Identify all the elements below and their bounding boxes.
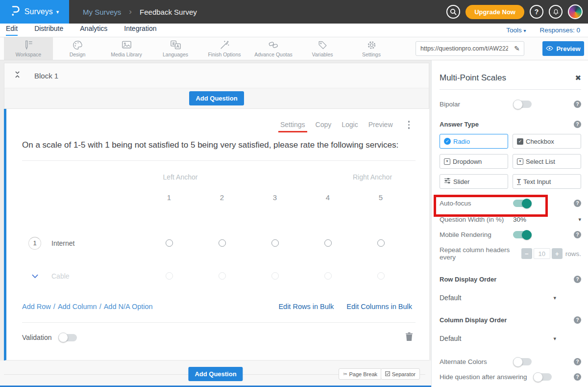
answer-type-checkbox[interactable]: ✓ Checkbox (513, 134, 581, 149)
radio-option[interactable] (377, 272, 385, 280)
answer-type-slider[interactable]: Slider (440, 174, 508, 189)
toolbar-item-finish-options[interactable]: Finish Options (200, 37, 249, 60)
toolbar-item-label: Languages (163, 52, 188, 57)
upgrade-now-button[interactable]: Upgrade Now (466, 5, 524, 19)
row-display-order-select[interactable]: Default ▾ (440, 294, 556, 302)
page-break-button[interactable]: ✂ Page Break (339, 368, 382, 380)
add-question-button-bottom[interactable]: Add Question (188, 367, 243, 381)
notifications-bell-icon[interactable] (549, 5, 563, 19)
help-icon[interactable]: ? (574, 101, 581, 108)
question-width-value[interactable]: 30% (513, 216, 526, 223)
toolbar-item-media-library[interactable]: Media Library (102, 37, 151, 60)
edit-columns-in-bulk-link[interactable]: Edit Columns in Bulk (346, 303, 412, 310)
block-title[interactable]: Block 1 (34, 72, 58, 80)
add-question-button-top[interactable]: Add Question (189, 91, 244, 105)
help-icon[interactable]: ? (574, 316, 581, 324)
question-tab-preview[interactable]: Preview (368, 121, 393, 129)
radio-option[interactable] (219, 272, 226, 280)
column-header[interactable]: 4 (301, 193, 354, 202)
radio-option[interactable] (166, 272, 173, 280)
toolbar-item-workspace[interactable]: Workspace (4, 37, 53, 60)
radio-option[interactable] (271, 239, 279, 247)
add-na-option-link[interactable]: Add N/A Option (104, 303, 153, 310)
tools-menu[interactable]: Tools ▾ (506, 26, 526, 34)
left-anchor-label[interactable]: Left Anchor (139, 173, 222, 181)
radio-option[interactable] (219, 239, 226, 247)
question-tab-copy[interactable]: Copy (316, 121, 332, 129)
tab-distribute[interactable]: Distribute (34, 25, 63, 36)
chevron-down-icon[interactable] (28, 274, 41, 279)
caret-down-icon[interactable]: ▾ (578, 216, 581, 223)
toolbar-item-settings[interactable]: Settings (347, 37, 396, 60)
right-anchor-label[interactable]: Right Anchor (331, 173, 414, 181)
breadcrumb-separator-icon: › (129, 7, 132, 17)
answer-type-select-list[interactable]: ▾ Select List (513, 154, 581, 169)
delete-question-trash-icon[interactable] (405, 332, 413, 343)
auto-focus-toggle[interactable] (513, 200, 532, 207)
add-row-link[interactable]: Add Row (22, 303, 51, 310)
tab-edit[interactable]: Edit (6, 25, 18, 36)
collapse-block-icon[interactable] (14, 70, 21, 81)
radio-option[interactable] (271, 272, 279, 280)
toolbar-item-languages[interactable]: Languages (151, 37, 200, 60)
survey-url-input[interactable] (416, 45, 510, 52)
row-label[interactable]: Internet (51, 239, 74, 247)
radio-option[interactable] (166, 239, 173, 247)
help-icon[interactable]: ? (574, 373, 581, 381)
row-number-badge: 1 (28, 237, 41, 250)
answer-type-text-input[interactable]: T Text Input (513, 174, 581, 189)
tab-analytics[interactable]: Analytics (80, 25, 107, 36)
column-display-order-select[interactable]: Default ▾ (440, 335, 556, 342)
answer-type-dropdown[interactable]: ▾ Dropdown (440, 154, 508, 169)
separator-label: Separator (392, 371, 416, 377)
toolbar-item-advance-quotas[interactable]: Advance Quotas (249, 37, 298, 60)
search-icon[interactable] (446, 5, 460, 19)
help-icon[interactable]: ? (574, 358, 581, 365)
radio-option[interactable] (324, 239, 332, 247)
help-icon[interactable]: ? (530, 5, 543, 19)
help-icon[interactable]: ? (574, 276, 581, 283)
hide-question-toggle[interactable] (533, 373, 552, 381)
help-icon[interactable]: ? (574, 231, 581, 238)
row-label[interactable]: Cable (51, 272, 70, 280)
answer-type-radio[interactable]: ✓ Radio (440, 134, 508, 149)
edit-url-pencil-icon[interactable]: ✎ (510, 45, 524, 52)
column-header[interactable]: 3 (248, 193, 301, 202)
preview-button[interactable]: Preview (542, 41, 584, 56)
column-display-order-header: Column Display Order ? (440, 316, 581, 324)
increment-button[interactable]: + (552, 248, 563, 259)
mobile-rendering-toggle[interactable] (513, 231, 532, 238)
radio-option[interactable] (324, 272, 332, 280)
column-header[interactable]: 5 (354, 193, 407, 202)
question-text[interactable]: On a scale of 1-5 with 1 being not satis… (22, 139, 400, 152)
bipolar-toggle[interactable] (513, 101, 532, 108)
validation-toggle[interactable] (58, 334, 77, 341)
responses-count[interactable]: Responses: 0 (539, 26, 580, 34)
edit-rows-in-bulk-link[interactable]: Edit Rows in Bulk (278, 303, 334, 310)
breadcrumb-my-surveys[interactable]: My Surveys (83, 8, 121, 16)
more-options-icon[interactable] (407, 120, 411, 130)
alternate-colors-toggle[interactable] (513, 358, 532, 365)
toolbar-item-variables[interactable]: Variables (298, 37, 347, 60)
add-column-link[interactable]: Add Column (58, 303, 97, 310)
design-palette-icon (72, 40, 83, 51)
repeat-headers-input[interactable] (534, 248, 550, 259)
caret-down-icon: ▾ (553, 295, 556, 301)
page-break-label: Page Break (349, 371, 377, 377)
help-icon[interactable]: ? (574, 121, 581, 128)
close-panel-icon[interactable]: ✖ (575, 74, 581, 82)
slash-separator: / (53, 303, 55, 310)
column-header[interactable]: 2 (196, 193, 248, 202)
user-avatar[interactable] (568, 4, 583, 19)
column-header[interactable]: 1 (143, 193, 196, 202)
product-switcher[interactable]: Surveys ▾ (0, 0, 69, 24)
questionpro-survey-editor: Surveys ▾ My Surveys › Feedback Survey U… (0, 0, 588, 387)
question-tab-settings[interactable]: Settings (280, 121, 305, 129)
help-icon[interactable]: ? (574, 200, 581, 207)
separator-button[interactable]: Separator (381, 368, 420, 380)
radio-option[interactable] (377, 239, 385, 247)
toolbar-item-design[interactable]: Design (53, 37, 102, 60)
tab-integration[interactable]: Integration (124, 25, 156, 36)
decrement-button[interactable]: − (521, 248, 532, 259)
question-tab-logic[interactable]: Logic (342, 121, 358, 129)
